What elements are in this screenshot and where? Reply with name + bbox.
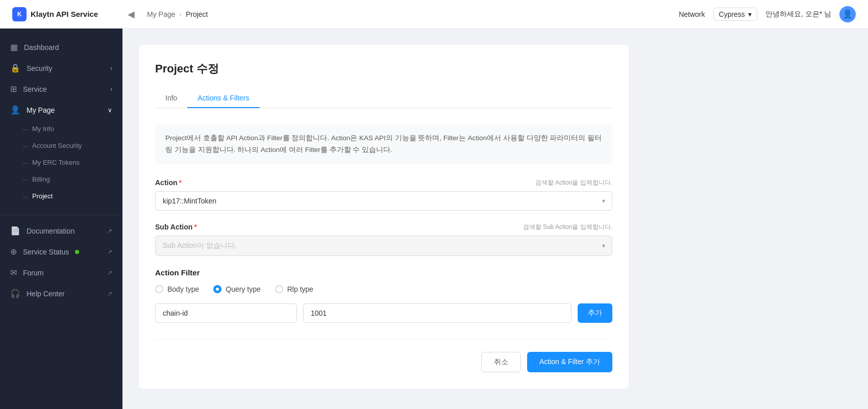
- sidebar-sub-item-project[interactable]: Project: [0, 188, 122, 205]
- action-filter-title: Action Filter: [155, 268, 612, 277]
- external-link-icon: ↗: [107, 269, 112, 276]
- radio-rlp-type-label: Rlp type: [287, 285, 313, 293]
- sidebar-item-label: Security: [27, 64, 53, 72]
- sidebar-item-label: Dashboard: [24, 43, 59, 52]
- forum-icon: ✉: [10, 268, 17, 277]
- sidebar-item-label: My Page: [27, 106, 55, 114]
- action-label: Action: [155, 178, 178, 187]
- sidebar-sub-item-billing[interactable]: Billing: [0, 171, 122, 188]
- sub-item-label: Account Security: [32, 142, 82, 149]
- radio-query-type-circle: [213, 285, 221, 293]
- radio-body-type-label: Body type: [167, 285, 199, 293]
- logo-icon: K: [12, 7, 27, 21]
- description-text: Project에서 호출할 API Action과 Filter를 정의합니다.…: [155, 124, 612, 164]
- filter-input-row: 추가: [155, 303, 612, 323]
- chevron-right-icon: ›: [110, 65, 112, 72]
- sub-action-label: Sub Action: [155, 223, 192, 231]
- user-icon: 👤: [10, 105, 20, 115]
- sidebar-sub-item-my-erc-tokens[interactable]: My ERC Tokens: [0, 154, 122, 171]
- sub-action-required: *: [194, 223, 196, 231]
- service-icon: ⊞: [10, 84, 17, 94]
- external-link-icon: ↗: [107, 227, 112, 235]
- tab-info[interactable]: Info: [155, 89, 187, 108]
- action-label-row: Action* 검색할 Action을 입력합니다.: [155, 178, 612, 187]
- network-select[interactable]: Cypress ▾: [713, 8, 757, 21]
- sub-item-label: Project: [32, 192, 53, 200]
- help-center-icon: 🎧: [10, 289, 20, 298]
- external-link-icon: ↗: [107, 290, 112, 297]
- action-required: *: [179, 178, 182, 187]
- sub-item-label: My ERC Tokens: [32, 159, 80, 166]
- radio-rlp-type-circle: [275, 285, 283, 293]
- user-greeting: 안녕하세요, 오은* 님: [765, 10, 831, 19]
- sidebar-item-security[interactable]: 🔒 Security ›: [0, 58, 122, 79]
- sidebar-item-service[interactable]: ⊞ Service ›: [0, 79, 122, 99]
- action-select[interactable]: kip17::MintToken: [155, 191, 612, 211]
- filter-value-input[interactable]: [303, 303, 572, 323]
- logo: K Klaytn API Service ◀: [12, 7, 135, 21]
- sub-action-select[interactable]: Sub Action이 없습니다.: [155, 236, 612, 256]
- chevron-right-icon: ›: [110, 86, 112, 93]
- sidebar-item-label: Documentation: [27, 227, 75, 235]
- header-right: Network Cypress ▾ 안녕하세요, 오은* 님 👤: [679, 6, 856, 22]
- external-link-icon: ↗: [107, 248, 112, 255]
- cancel-button[interactable]: 취소: [481, 352, 521, 372]
- security-icon: 🔒: [10, 63, 20, 73]
- sub-item-label: Billing: [32, 175, 50, 183]
- logo-text: Klaytn API Service: [31, 10, 98, 18]
- sidebar: ▦ Dashboard 🔒 Security › ⊞ Service › 👤 M…: [0, 29, 122, 409]
- action-filter-section: Action Filter Body type Query type Rlp t…: [155, 268, 612, 323]
- network-value: Cypress: [719, 10, 745, 18]
- radio-rlp-type[interactable]: Rlp type: [275, 285, 313, 293]
- radio-body-type[interactable]: Body type: [155, 285, 199, 293]
- documentation-icon: 📄: [10, 226, 20, 236]
- sidebar-item-help-center[interactable]: 🎧 Help Center ↗: [0, 283, 122, 304]
- breadcrumb-parent[interactable]: My Page: [147, 10, 175, 18]
- layout: ▦ Dashboard 🔒 Security › ⊞ Service › 👤 M…: [0, 29, 868, 409]
- add-filter-button[interactable]: 추가: [578, 303, 612, 323]
- sidebar-item-label: Help Center: [27, 290, 65, 298]
- sub-action-hint: 검색할 Sub Action을 입력합니다.: [523, 223, 612, 232]
- tab-bar: Info Actions & Filters: [155, 89, 612, 108]
- sidebar-sub-item-account-security[interactable]: Account Security: [0, 137, 122, 154]
- sidebar-collapse-button[interactable]: ◀: [128, 9, 135, 20]
- sidebar-item-service-status[interactable]: ⊕ Service Status ↗: [0, 241, 122, 262]
- submit-button[interactable]: Action & Filter 추가: [527, 352, 612, 372]
- sub-item-label: My Info: [32, 125, 54, 133]
- form-footer: 취소 Action & Filter 추가: [155, 339, 612, 372]
- sidebar-item-label: Service: [23, 85, 47, 93]
- sub-action-select-wrapper: Sub Action이 없습니다. ▾: [155, 236, 612, 256]
- action-value: kip17::MintToken: [163, 197, 216, 205]
- filter-type-radio-group: Body type Query type Rlp type: [155, 285, 612, 293]
- breadcrumb-current: Project: [186, 10, 208, 18]
- action-hint: 검색할 Action을 입력합니다.: [535, 178, 612, 187]
- action-select-wrapper: kip17::MintToken ▾: [155, 191, 612, 211]
- breadcrumb: My Page › Project: [135, 10, 679, 18]
- filter-key-input[interactable]: [155, 303, 297, 323]
- dashboard-icon: ▦: [10, 42, 18, 52]
- network-chevron-icon: ▾: [748, 10, 752, 18]
- sub-action-form-group: Sub Action* 검색할 Sub Action을 입력합니다. Sub A…: [155, 223, 612, 256]
- sidebar-item-dashboard[interactable]: ▦ Dashboard: [0, 37, 122, 58]
- sub-action-placeholder: Sub Action이 없습니다.: [163, 241, 237, 250]
- radio-query-type[interactable]: Query type: [213, 285, 260, 293]
- tab-actions-filters[interactable]: Actions & Filters: [187, 89, 259, 108]
- network-label: Network: [679, 10, 705, 18]
- main-content: Project 수정 Info Actions & Filters Projec…: [122, 29, 868, 409]
- sidebar-item-label: Forum: [23, 269, 43, 277]
- radio-body-type-circle: [155, 285, 163, 293]
- radio-query-type-label: Query type: [226, 285, 260, 293]
- content-card: Project 수정 Info Actions & Filters Projec…: [139, 45, 629, 389]
- breadcrumb-separator: ›: [179, 10, 182, 18]
- sidebar-item-forum[interactable]: ✉ Forum ↗: [0, 262, 122, 283]
- avatar[interactable]: 👤: [839, 6, 856, 22]
- header: K Klaytn API Service ◀ My Page › Project…: [0, 0, 868, 29]
- page-title: Project 수정: [155, 61, 612, 76]
- sidebar-item-my-page[interactable]: 👤 My Page ∨: [0, 99, 122, 120]
- status-dot-icon: [75, 250, 79, 254]
- sidebar-item-label: Service Status: [23, 248, 69, 256]
- sidebar-item-documentation[interactable]: 📄 Documentation ↗: [0, 220, 122, 241]
- service-status-icon: ⊕: [10, 247, 17, 257]
- action-form-group: Action* 검색할 Action을 입력합니다. kip17::MintTo…: [155, 178, 612, 211]
- sidebar-sub-item-my-info[interactable]: My Info: [0, 120, 122, 137]
